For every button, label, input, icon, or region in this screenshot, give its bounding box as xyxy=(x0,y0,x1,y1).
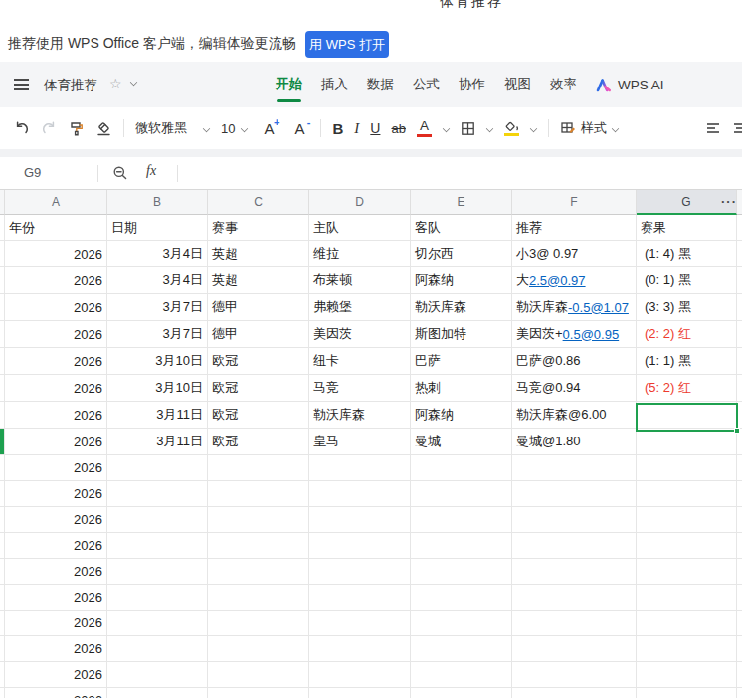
cell-year[interactable]: 2026 xyxy=(5,507,107,533)
fill-color-button[interactable] xyxy=(504,120,519,137)
cell-date[interactable]: 3月11日 xyxy=(107,402,208,429)
cell-league[interactable]: 英超 xyxy=(208,267,309,294)
cell-header[interactable]: 推荐 xyxy=(512,215,637,241)
cell-date[interactable]: 3月7日 xyxy=(107,294,208,321)
cell-empty[interactable] xyxy=(637,559,737,585)
cell-year[interactable]: 2026 xyxy=(5,429,107,455)
cell-home-team[interactable]: 纽卡 xyxy=(309,348,411,375)
cell-empty[interactable] xyxy=(512,559,637,585)
eraser-icon[interactable] xyxy=(95,120,112,137)
cell-league[interactable]: 德甲 xyxy=(208,294,309,321)
cell-empty[interactable] xyxy=(411,688,512,698)
cell-empty[interactable] xyxy=(208,533,309,559)
cell-year[interactable]: 2026 xyxy=(5,559,107,585)
cell-home-team[interactable]: 布莱顿 xyxy=(309,267,411,294)
cell-result[interactable]: (0: 1) 黑 xyxy=(637,267,737,294)
cell-away-team[interactable]: 勒沃库森 xyxy=(411,294,512,321)
cell-year[interactable]: 2026 xyxy=(5,294,107,321)
cell-result[interactable]: (5: 2) 红 xyxy=(637,375,737,402)
ribbon-tab[interactable]: 协作 xyxy=(459,76,485,93)
name-box[interactable]: G9 xyxy=(24,165,41,180)
cell-empty[interactable] xyxy=(208,585,309,611)
chevron-down-icon[interactable] xyxy=(530,124,537,131)
cell-tip[interactable]: 勒沃库森@6.00 xyxy=(512,402,637,429)
cell-empty[interactable] xyxy=(208,455,309,481)
column-header-D[interactable]: D xyxy=(309,190,411,215)
column-header-B[interactable]: B xyxy=(107,190,208,215)
chevron-down-icon[interactable] xyxy=(486,124,493,131)
cell-result[interactable] xyxy=(637,429,737,455)
cell-year[interactable]: 2026 xyxy=(5,348,107,375)
cell-header[interactable]: 赛果 xyxy=(637,215,737,241)
chevron-down-icon[interactable] xyxy=(443,124,450,131)
underline-button[interactable]: U xyxy=(370,120,380,136)
cell-date[interactable]: 3月10日 xyxy=(107,375,208,402)
cell-empty[interactable] xyxy=(309,611,411,636)
cell-empty[interactable] xyxy=(411,559,512,585)
cell-empty[interactable] xyxy=(637,662,737,688)
cell-empty[interactable] xyxy=(637,611,737,636)
bold-button[interactable]: B xyxy=(332,120,343,137)
zoom-icon[interactable] xyxy=(112,165,128,181)
fx-button[interactable]: fx xyxy=(146,163,156,179)
cell-empty[interactable] xyxy=(309,533,411,559)
cell-league[interactable]: 德甲 xyxy=(208,321,309,348)
cell-home-team[interactable]: 美因茨 xyxy=(309,321,411,348)
cell-tip[interactable]: 巴萨@0.86 xyxy=(512,348,637,375)
cell-league[interactable]: 欧冠 xyxy=(208,429,309,455)
cell-empty[interactable] xyxy=(411,611,512,636)
cell-empty[interactable] xyxy=(637,455,737,481)
cell-empty[interactable] xyxy=(637,533,737,559)
cell-year[interactable]: 2026 xyxy=(5,455,107,481)
cell-date[interactable]: 3月7日 xyxy=(107,321,208,348)
cell-home-team[interactable]: 马竞 xyxy=(309,375,411,402)
cell-empty[interactable] xyxy=(208,611,309,636)
cell-tip[interactable]: 马竞@0.94 xyxy=(512,375,637,402)
cell-empty[interactable] xyxy=(208,507,309,533)
ribbon-tab[interactable]: 插入 xyxy=(321,76,348,93)
cell-empty[interactable] xyxy=(208,688,309,698)
cell-empty[interactable] xyxy=(309,507,411,533)
cell-empty[interactable] xyxy=(512,585,637,611)
ribbon-tab[interactable]: 数据 xyxy=(367,76,394,93)
cell-empty[interactable] xyxy=(512,662,637,688)
cell-tip[interactable]: 曼城@1.80 xyxy=(512,429,637,455)
cell-year[interactable]: 2026 xyxy=(5,481,107,507)
cell-empty[interactable] xyxy=(309,636,411,662)
column-header-A[interactable]: A xyxy=(5,190,107,215)
cell-away-team[interactable]: 切尔西 xyxy=(411,241,512,267)
cell-empty[interactable] xyxy=(107,533,208,559)
cell-date[interactable]: 3月10日 xyxy=(107,348,208,375)
column-header-C[interactable]: C xyxy=(208,190,309,215)
cell-league[interactable]: 欧冠 xyxy=(208,375,309,402)
ribbon-tab[interactable]: 开始 xyxy=(276,76,302,93)
cell-empty[interactable] xyxy=(637,585,737,611)
cell-away-team[interactable]: 巴萨 xyxy=(411,348,512,375)
cell-tip[interactable]: 美因茨+0.5@0.95 xyxy=(512,321,637,348)
font-size-select[interactable]: 10 xyxy=(221,121,248,136)
cell-empty[interactable] xyxy=(512,481,637,507)
open-in-wps-button[interactable]: 用 WPS 打开 xyxy=(305,31,389,58)
cell-away-team[interactable]: 阿森纳 xyxy=(411,402,512,429)
font-name-select[interactable]: 微软雅黑 xyxy=(135,119,210,137)
cell-year[interactable]: 2026 xyxy=(5,375,107,402)
cell-home-team[interactable]: 弗赖堡 xyxy=(309,294,411,321)
cell-year[interactable]: 2026 xyxy=(5,402,107,429)
cell-empty[interactable] xyxy=(309,585,411,611)
cell-year[interactable]: 2026 xyxy=(5,636,107,662)
cell-empty[interactable] xyxy=(512,507,637,533)
tab-wps-ai[interactable]: WPS AI xyxy=(596,78,664,92)
cell-empty[interactable] xyxy=(107,636,208,662)
cell-empty[interactable] xyxy=(512,455,637,481)
menu-icon[interactable] xyxy=(14,79,29,93)
column-header-F[interactable]: F xyxy=(512,190,637,215)
cell-empty[interactable] xyxy=(107,507,208,533)
cell-year[interactable]: 2026 xyxy=(5,585,107,611)
column-header-E[interactable]: E xyxy=(411,190,512,215)
cell-date[interactable]: 3月4日 xyxy=(107,241,208,267)
cell-empty[interactable] xyxy=(208,559,309,585)
cell-year[interactable]: 2026 xyxy=(5,688,107,698)
cell-result[interactable]: (1: 4) 黑 xyxy=(637,241,737,267)
ribbon-tab[interactable]: 视图 xyxy=(504,76,531,93)
cell-empty[interactable] xyxy=(512,533,637,559)
